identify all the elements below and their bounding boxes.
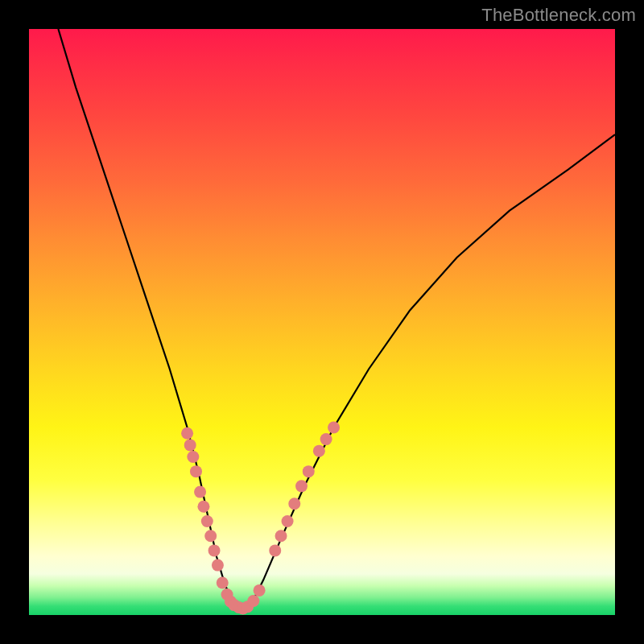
bead-marker xyxy=(208,544,221,556)
bead-marker xyxy=(288,497,300,510)
bead-marker xyxy=(190,465,202,477)
bead-marker xyxy=(184,439,196,451)
watermark-text: TheBottleneck.com xyxy=(481,5,636,26)
bead-marker xyxy=(328,422,340,434)
bead-marker xyxy=(282,515,294,527)
outer-frame: TheBottleneck.com xyxy=(0,0,644,644)
bead-marker xyxy=(269,544,281,556)
bead-marker xyxy=(303,465,315,477)
bead-marker xyxy=(197,501,209,513)
bead-marker xyxy=(181,427,193,440)
bead-marker xyxy=(194,486,206,498)
bead-marker xyxy=(320,433,332,445)
bead-markers xyxy=(181,422,340,615)
bottleneck-curve xyxy=(58,29,615,612)
bead-marker xyxy=(204,530,217,542)
bead-marker xyxy=(295,480,308,492)
bead-marker xyxy=(313,445,325,457)
bead-marker xyxy=(212,559,224,572)
chart-svg xyxy=(29,29,615,615)
bead-marker xyxy=(247,595,259,607)
bead-marker xyxy=(201,515,213,527)
bead-marker xyxy=(254,584,266,597)
plot-area xyxy=(29,29,615,615)
bead-marker xyxy=(187,451,199,463)
bead-marker xyxy=(275,530,287,542)
bead-marker xyxy=(217,576,229,588)
